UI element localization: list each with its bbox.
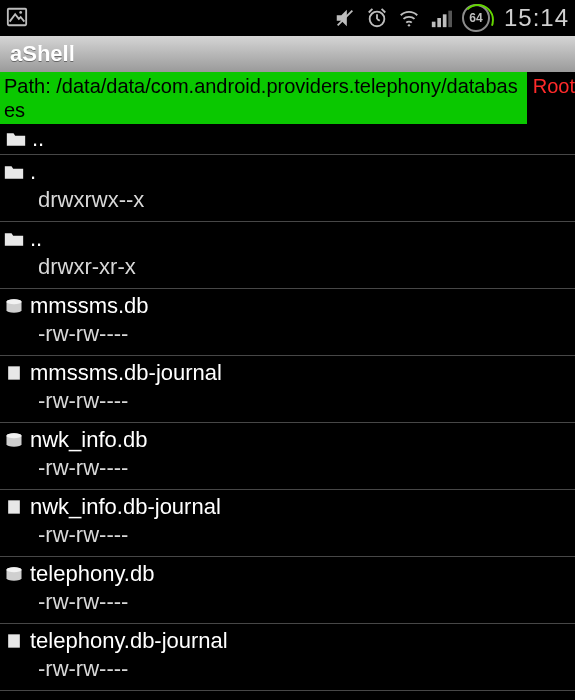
entry-name: . [30, 159, 36, 185]
list-item[interactable]: nwk_info.db-rw-rw---- [0, 423, 575, 490]
app-name: aShell [10, 41, 75, 67]
battery-pct: 64 [469, 11, 482, 25]
entry-name: telephony.db [30, 561, 154, 587]
entry-name: mmssms.db-journal [30, 360, 222, 386]
entry-name: .. [32, 126, 44, 152]
svg-point-9 [408, 24, 410, 26]
svg-rect-12 [443, 14, 447, 27]
alarm-icon [366, 7, 388, 29]
gallery-icon [6, 6, 28, 28]
svg-line-6 [377, 19, 380, 21]
db-icon [4, 298, 24, 314]
status-bar: 64 15:14 [0, 0, 575, 36]
entry-name: nwk_info.db [30, 427, 147, 453]
folder-icon [4, 164, 24, 180]
wifi-icon [398, 7, 420, 29]
entry-name: mmssms.db [30, 293, 149, 319]
svg-point-1 [19, 11, 22, 14]
entry-name: .. [30, 226, 42, 252]
folder-icon [6, 131, 26, 147]
list-item[interactable]: ..drwxr-xr-x [0, 222, 575, 289]
mute-icon [334, 7, 356, 29]
file-icon [4, 633, 24, 649]
file-icon [4, 499, 24, 515]
entry-permissions: -rw-rw---- [4, 388, 569, 414]
file-icon [4, 365, 24, 381]
list-item[interactable]: .. [0, 124, 575, 155]
path-bar[interactable]: Path: /data/data/com.android.providers.t… [0, 72, 575, 124]
folder-icon [4, 231, 24, 247]
entry-permissions: drwxrwx--x [4, 187, 569, 213]
entry-permissions: -rw-rw---- [4, 589, 569, 615]
svg-line-8 [382, 9, 386, 13]
svg-rect-11 [437, 18, 441, 27]
clock: 15:14 [504, 4, 569, 32]
svg-line-7 [369, 9, 373, 13]
signal-icon [430, 7, 452, 29]
svg-rect-10 [432, 22, 436, 27]
list-item[interactable]: .drwxrwx--x [0, 155, 575, 222]
entry-name: nwk_info.db-journal [30, 494, 221, 520]
entry-permissions: -rw-rw---- [4, 522, 569, 548]
svg-rect-13 [448, 11, 452, 28]
entry-permissions: drwxr-xr-x [4, 254, 569, 280]
battery-indicator: 64 [462, 4, 490, 32]
list-item[interactable]: mmssms.db-rw-rw---- [0, 289, 575, 356]
db-icon [4, 432, 24, 448]
list-item[interactable]: nwk_info.db-journal-rw-rw---- [0, 490, 575, 557]
entry-name: telephony.db-journal [30, 628, 228, 654]
list-item[interactable]: telephony.db-journal-rw-rw---- [0, 624, 575, 691]
entry-permissions: -rw-rw---- [4, 656, 569, 682]
list-item[interactable]: mmssms.db-journal-rw-rw---- [0, 356, 575, 423]
app-title-bar: aShell [0, 36, 575, 72]
entry-permissions: -rw-rw---- [4, 455, 569, 481]
list-item[interactable]: telephony.db-rw-rw---- [0, 557, 575, 624]
entry-permissions: -rw-rw---- [4, 321, 569, 347]
db-icon [4, 566, 24, 582]
root-badge: Root [527, 72, 575, 100]
file-list[interactable]: ...drwxrwx--x..drwxr-xr-xmmssms.db-rw-rw… [0, 124, 575, 691]
current-path: Path: /data/data/com.android.providers.t… [0, 72, 527, 124]
